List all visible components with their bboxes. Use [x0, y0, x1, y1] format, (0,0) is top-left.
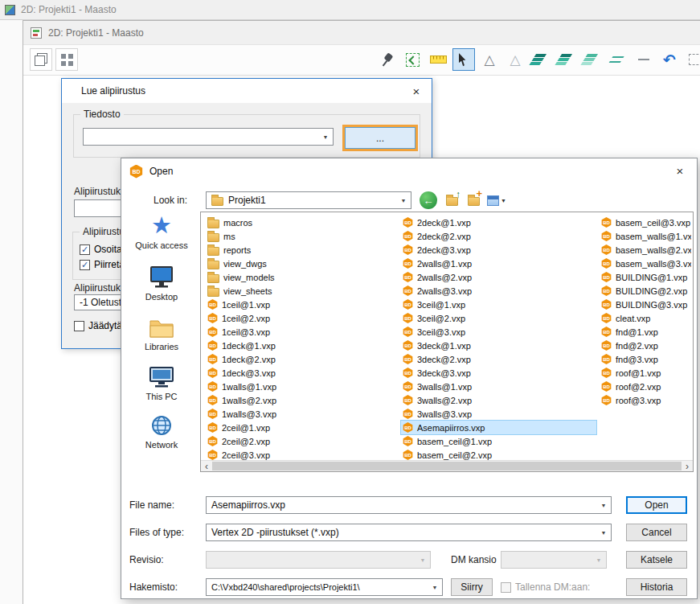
vxp-file-icon: BD — [403, 422, 413, 433]
cancel-button[interactable]: Cancel — [626, 524, 687, 541]
scroll-right-icon[interactable]: › — [682, 461, 693, 471]
file-item[interactable]: BD3walls@1.vxp — [401, 380, 596, 393]
file-item[interactable]: BD3ceil@2.vxp — [401, 311, 596, 325]
file-item[interactable]: BDroof@3.vxp — [600, 393, 691, 407]
window-grid-button[interactable] — [55, 48, 78, 71]
sidebar-item-desktop[interactable]: Desktop — [128, 265, 195, 302]
dm-kansio-label: DM kansio — [451, 554, 497, 565]
layers-a-button[interactable] — [530, 48, 552, 71]
historia-button[interactable]: Historia — [626, 578, 687, 596]
siirry-button[interactable]: Siirry — [451, 578, 493, 596]
file-item[interactable]: BDfnd@3.vxp — [600, 352, 691, 366]
zoom-extents-button[interactable] — [401, 48, 424, 71]
cascade-windows-button[interactable] — [30, 48, 52, 71]
open-button[interactable]: Open — [626, 496, 687, 514]
file-item[interactable]: BDcleat.vxp — [600, 311, 691, 325]
dash-button[interactable] — [632, 48, 655, 71]
files-of-type-combobox[interactable]: Vertex 2D -piirustukset (*.vxp) ▼ — [206, 524, 612, 541]
sidebar-item-this-pc[interactable]: This PC — [128, 364, 195, 401]
look-in-combobox[interactable]: Projekti1 ▼ — [206, 191, 411, 209]
file-item[interactable]: BDfnd@1.vxp — [600, 325, 691, 339]
file-item[interactable]: BD2walls@2.vxp — [401, 270, 596, 284]
file-item[interactable]: BD2ceil@1.vxp — [206, 421, 399, 434]
file-item[interactable]: BD1ceil@1.vxp — [206, 298, 399, 311]
katsele-button[interactable]: Katsele — [626, 551, 687, 569]
tiedosto-combobox[interactable]: ▼ — [83, 128, 334, 146]
new-folder-button[interactable]: + — [465, 191, 482, 209]
file-item[interactable]: BDbasem_ceil@1.vxp — [401, 434, 596, 448]
select-cursor-button[interactable] — [452, 48, 475, 71]
file-item[interactable]: BD1ceil@3.vxp — [206, 325, 399, 339]
file-item[interactable]: BD3walls@3.vxp — [401, 407, 596, 421]
file-item[interactable]: BD1walls@2.vxp — [206, 393, 399, 407]
hakemisto-combobox[interactable]: C:\Vxbd240\shared\projects\Projekti1\ ▼ — [206, 578, 443, 596]
layers-b-button[interactable] — [555, 48, 578, 71]
file-item[interactable]: BD1deck@1.vxp — [206, 339, 399, 352]
horizontal-scrollbar[interactable]: ‹ › — [201, 460, 693, 471]
tallenna-checkbox[interactable] — [501, 582, 511, 593]
file-item[interactable]: BD2deck@2.vxp — [401, 229, 596, 243]
file-item[interactable]: BD3ceil@1.vxp — [401, 298, 596, 311]
folder-item[interactable]: reports — [206, 243, 399, 257]
file-item[interactable]: BD2walls@1.vxp — [401, 257, 596, 270]
sidebar-item-quick-access[interactable]: ★ Quick access — [128, 213, 195, 250]
ruler-button[interactable] — [427, 48, 449, 71]
folder-item[interactable]: macros — [206, 216, 399, 229]
file-name-combobox[interactable]: Asemapiirros.vxp ▼ — [206, 496, 612, 514]
file-item[interactable]: BDbasem_walls@3.vxp — [600, 257, 691, 270]
file-item[interactable]: BD2ceil@2.vxp — [206, 434, 399, 448]
close-icon[interactable]: × — [409, 84, 424, 98]
pin-button[interactable] — [375, 48, 398, 71]
file-item[interactable]: BDBUILDING@2.vxp — [600, 284, 691, 298]
file-item[interactable]: BD3deck@1.vxp — [401, 339, 596, 352]
marquee-button[interactable] — [684, 48, 700, 71]
folder-item[interactable]: view_models — [206, 270, 399, 284]
file-item[interactable]: BD2deck@3.vxp — [401, 243, 596, 257]
file-item[interactable]: BD2walls@3.vxp — [401, 284, 596, 298]
chevron-down-icon[interactable]: ▼ — [428, 580, 441, 594]
sidebar-item-network[interactable]: Network — [128, 413, 195, 450]
close-icon[interactable]: × — [673, 164, 687, 178]
file-item[interactable]: BD3walls@2.vxp — [401, 393, 596, 407]
file-item[interactable]: BDbasem_walls@1.vxp — [600, 229, 691, 243]
file-item[interactable]: BD1deck@3.vxp — [206, 366, 399, 380]
back-button[interactable]: ← — [420, 191, 437, 209]
browse-button[interactable]: ... — [345, 127, 415, 149]
file-item[interactable]: BDBUILDING@1.vxp — [600, 270, 691, 284]
folder-item[interactable]: view_dwgs — [206, 257, 399, 270]
file-item[interactable]: BD3deck@3.vxp — [401, 366, 596, 380]
up-one-level-button[interactable]: ↑ — [443, 191, 461, 209]
file-item[interactable]: BDBUILDING@3.vxp — [600, 298, 691, 311]
layers-c-button[interactable] — [581, 48, 604, 71]
file-item[interactable]: BDroof@2.vxp — [600, 380, 691, 393]
layers-thin-button[interactable] — [607, 48, 629, 71]
osoita-checkbox[interactable]: ✓ — [80, 244, 90, 255]
file-item[interactable]: BD1walls@1.vxp — [206, 380, 399, 393]
chevron-down-icon[interactable]: ▼ — [597, 498, 610, 512]
sidebar-item-libraries[interactable]: Libraries — [128, 314, 195, 351]
scroll-left-icon[interactable]: ‹ — [201, 461, 212, 471]
polygon-button[interactable]: △ — [478, 48, 501, 71]
file-item[interactable]: BD1ceil@2.vxp — [206, 311, 399, 325]
piirreta-checkbox[interactable]: ✓ — [80, 260, 90, 270]
file-item[interactable]: BDfnd@2.vxp — [600, 339, 691, 352]
folder-item[interactable]: view_sheets — [206, 284, 399, 298]
file-item[interactable]: BD1walls@3.vxp — [206, 407, 399, 421]
polygon-hatch-button[interactable]: △ — [504, 48, 526, 71]
file-item[interactable]: BD3deck@2.vxp — [401, 352, 596, 366]
file-item[interactable]: BD1deck@2.vxp — [206, 352, 399, 366]
file-item[interactable]: BD2deck@1.vxp — [401, 216, 596, 229]
file-item[interactable]: BDAsemapiirros.vxp — [401, 421, 596, 434]
chevron-down-icon[interactable]: ▼ — [397, 193, 410, 207]
file-item[interactable]: BDroof@1.vxp — [600, 366, 691, 380]
view-menu-button[interactable]: ▼ — [485, 191, 509, 209]
chevron-down-icon[interactable]: ▼ — [319, 129, 332, 144]
undo-button[interactable]: ↶ — [658, 48, 681, 71]
file-item[interactable]: BD3ceil@3.vxp — [401, 325, 596, 339]
chevron-down-icon[interactable]: ▼ — [597, 525, 610, 540]
scrollbar-thumb[interactable] — [212, 462, 682, 470]
file-item[interactable]: BDbasem_ceil@3.vxp — [600, 216, 691, 229]
file-item[interactable]: BDbasem_walls@2.vxp — [600, 243, 691, 257]
jaadyta-checkbox[interactable] — [74, 321, 84, 331]
folder-item[interactable]: ms — [206, 229, 399, 243]
